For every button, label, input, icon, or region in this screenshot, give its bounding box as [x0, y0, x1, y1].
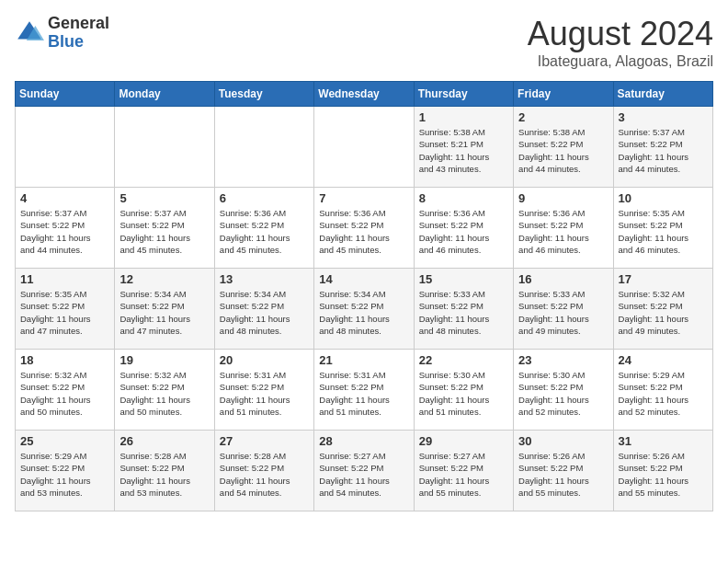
logo-text: General Blue — [48, 15, 109, 52]
day-number: 27 — [220, 434, 309, 448]
day-header-monday: Monday — [115, 82, 214, 107]
day-info: Sunrise: 5:36 AM Sunset: 5:22 PM Dayligh… — [319, 207, 408, 256]
day-info: Sunrise: 5:33 AM Sunset: 5:22 PM Dayligh… — [419, 288, 508, 337]
calendar-cell: 27Sunrise: 5:28 AM Sunset: 5:22 PM Dayli… — [214, 431, 313, 511]
day-number: 20 — [220, 353, 309, 367]
day-info: Sunrise: 5:36 AM Sunset: 5:22 PM Dayligh… — [518, 207, 608, 256]
day-number: 5 — [119, 191, 209, 205]
page-header: General Blue August 2024 Ibateguara, Ala… — [15, 15, 713, 70]
day-number: 1 — [419, 110, 508, 124]
calendar-cell: 12Sunrise: 5:34 AM Sunset: 5:22 PM Dayli… — [115, 269, 214, 350]
calendar-cell: 23Sunrise: 5:30 AM Sunset: 5:22 PM Dayli… — [514, 350, 613, 431]
day-header-tuesday: Tuesday — [214, 82, 313, 107]
calendar-cell: 8Sunrise: 5:36 AM Sunset: 5:22 PM Daylig… — [414, 188, 513, 269]
week-row-5: 25Sunrise: 5:29 AM Sunset: 5:22 PM Dayli… — [16, 431, 713, 511]
calendar-cell: 7Sunrise: 5:36 AM Sunset: 5:22 PM Daylig… — [314, 188, 414, 269]
day-info: Sunrise: 5:30 AM Sunset: 5:22 PM Dayligh… — [518, 369, 608, 418]
calendar-cell: 21Sunrise: 5:31 AM Sunset: 5:22 PM Dayli… — [314, 350, 414, 431]
calendar-cell: 30Sunrise: 5:26 AM Sunset: 5:22 PM Dayli… — [514, 431, 613, 511]
week-row-3: 11Sunrise: 5:35 AM Sunset: 5:22 PM Dayli… — [16, 269, 713, 350]
day-info: Sunrise: 5:30 AM Sunset: 5:22 PM Dayligh… — [419, 369, 508, 418]
day-info: Sunrise: 5:34 AM Sunset: 5:22 PM Dayligh… — [319, 288, 408, 337]
day-number: 17 — [619, 272, 708, 286]
day-info: Sunrise: 5:35 AM Sunset: 5:22 PM Dayligh… — [619, 207, 708, 256]
day-number: 25 — [20, 434, 109, 448]
calendar-cell: 20Sunrise: 5:31 AM Sunset: 5:22 PM Dayli… — [214, 350, 313, 431]
day-info: Sunrise: 5:37 AM Sunset: 5:22 PM Dayligh… — [119, 207, 209, 256]
day-info: Sunrise: 5:26 AM Sunset: 5:22 PM Dayligh… — [619, 450, 708, 499]
day-number: 4 — [20, 191, 109, 205]
day-info: Sunrise: 5:28 AM Sunset: 5:22 PM Dayligh… — [220, 450, 309, 499]
day-info: Sunrise: 5:32 AM Sunset: 5:22 PM Dayligh… — [20, 369, 109, 418]
day-number: 28 — [319, 434, 408, 448]
day-info: Sunrise: 5:32 AM Sunset: 5:22 PM Dayligh… — [119, 369, 209, 418]
day-info: Sunrise: 5:35 AM Sunset: 5:22 PM Dayligh… — [20, 288, 109, 337]
day-info: Sunrise: 5:32 AM Sunset: 5:22 PM Dayligh… — [619, 288, 708, 337]
calendar-cell: 13Sunrise: 5:34 AM Sunset: 5:22 PM Dayli… — [214, 269, 313, 350]
day-number: 10 — [619, 191, 708, 205]
day-number: 9 — [518, 191, 608, 205]
location-subtitle: Ibateguara, Alagoas, Brazil — [528, 53, 713, 70]
calendar-cell: 15Sunrise: 5:33 AM Sunset: 5:22 PM Dayli… — [414, 269, 513, 350]
week-row-1: 1Sunrise: 5:38 AM Sunset: 5:21 PM Daylig… — [16, 107, 713, 188]
calendar-cell: 22Sunrise: 5:30 AM Sunset: 5:22 PM Dayli… — [414, 350, 513, 431]
day-number: 24 — [619, 353, 708, 367]
logo: General Blue — [15, 15, 109, 52]
calendar-cell: 14Sunrise: 5:34 AM Sunset: 5:22 PM Dayli… — [314, 269, 414, 350]
day-info: Sunrise: 5:26 AM Sunset: 5:22 PM Dayligh… — [518, 450, 608, 499]
calendar-table: SundayMondayTuesdayWednesdayThursdayFrid… — [15, 81, 713, 511]
day-number: 23 — [518, 353, 608, 367]
calendar-cell: 28Sunrise: 5:27 AM Sunset: 5:22 PM Dayli… — [314, 431, 414, 511]
calendar-cell: 25Sunrise: 5:29 AM Sunset: 5:22 PM Dayli… — [16, 431, 115, 511]
calendar-cell: 4Sunrise: 5:37 AM Sunset: 5:22 PM Daylig… — [16, 188, 115, 269]
day-number: 26 — [119, 434, 209, 448]
calendar-cell — [115, 107, 214, 188]
day-header-saturday: Saturday — [613, 82, 712, 107]
header-row: SundayMondayTuesdayWednesdayThursdayFrid… — [16, 82, 713, 107]
calendar-cell: 3Sunrise: 5:37 AM Sunset: 5:22 PM Daylig… — [613, 107, 712, 188]
calendar-header: SundayMondayTuesdayWednesdayThursdayFrid… — [16, 82, 713, 107]
calendar-cell — [314, 107, 414, 188]
day-info: Sunrise: 5:28 AM Sunset: 5:22 PM Dayligh… — [119, 450, 209, 499]
day-number: 3 — [619, 110, 708, 124]
calendar-cell — [16, 107, 115, 188]
calendar-cell: 18Sunrise: 5:32 AM Sunset: 5:22 PM Dayli… — [16, 350, 115, 431]
logo-blue: Blue — [48, 33, 109, 52]
logo-general: General — [48, 15, 109, 33]
day-number: 16 — [518, 272, 608, 286]
day-number: 11 — [20, 272, 109, 286]
day-info: Sunrise: 5:33 AM Sunset: 5:22 PM Dayligh… — [518, 288, 608, 337]
day-header-wednesday: Wednesday — [314, 82, 414, 107]
day-number: 2 — [518, 110, 608, 124]
day-info: Sunrise: 5:37 AM Sunset: 5:22 PM Dayligh… — [619, 126, 708, 175]
week-row-2: 4Sunrise: 5:37 AM Sunset: 5:22 PM Daylig… — [16, 188, 713, 269]
day-header-sunday: Sunday — [16, 82, 115, 107]
calendar-cell: 16Sunrise: 5:33 AM Sunset: 5:22 PM Dayli… — [514, 269, 613, 350]
day-number: 8 — [419, 191, 508, 205]
logo-icon — [15, 18, 44, 48]
calendar-cell: 24Sunrise: 5:29 AM Sunset: 5:22 PM Dayli… — [613, 350, 712, 431]
calendar-cell: 6Sunrise: 5:36 AM Sunset: 5:22 PM Daylig… — [214, 188, 313, 269]
day-number: 30 — [518, 434, 608, 448]
day-info: Sunrise: 5:38 AM Sunset: 5:21 PM Dayligh… — [419, 126, 508, 175]
day-number: 29 — [419, 434, 508, 448]
day-header-friday: Friday — [514, 82, 613, 107]
day-info: Sunrise: 5:34 AM Sunset: 5:22 PM Dayligh… — [119, 288, 209, 337]
calendar-cell: 17Sunrise: 5:32 AM Sunset: 5:22 PM Dayli… — [613, 269, 712, 350]
calendar-cell: 29Sunrise: 5:27 AM Sunset: 5:22 PM Dayli… — [414, 431, 513, 511]
day-number: 15 — [419, 272, 508, 286]
calendar-cell: 19Sunrise: 5:32 AM Sunset: 5:22 PM Dayli… — [115, 350, 214, 431]
day-info: Sunrise: 5:38 AM Sunset: 5:22 PM Dayligh… — [518, 126, 608, 175]
day-info: Sunrise: 5:31 AM Sunset: 5:22 PM Dayligh… — [319, 369, 408, 418]
calendar-cell: 1Sunrise: 5:38 AM Sunset: 5:21 PM Daylig… — [414, 107, 513, 188]
calendar-cell: 26Sunrise: 5:28 AM Sunset: 5:22 PM Dayli… — [115, 431, 214, 511]
calendar-cell: 9Sunrise: 5:36 AM Sunset: 5:22 PM Daylig… — [514, 188, 613, 269]
day-number: 18 — [20, 353, 109, 367]
day-header-thursday: Thursday — [414, 82, 513, 107]
day-info: Sunrise: 5:36 AM Sunset: 5:22 PM Dayligh… — [220, 207, 309, 256]
calendar-cell — [214, 107, 313, 188]
day-number: 12 — [119, 272, 209, 286]
title-block: August 2024 Ibateguara, Alagoas, Brazil — [528, 15, 713, 70]
calendar-cell: 2Sunrise: 5:38 AM Sunset: 5:22 PM Daylig… — [514, 107, 613, 188]
day-info: Sunrise: 5:34 AM Sunset: 5:22 PM Dayligh… — [220, 288, 309, 337]
